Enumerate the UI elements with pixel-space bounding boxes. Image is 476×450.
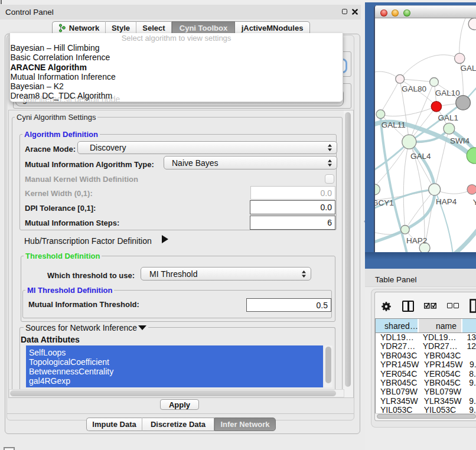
svg-text:GAL10: GAL10 [435, 89, 460, 97]
svg-text:GAL80: GAL80 [402, 84, 426, 93]
svg-text:HAP4: HAP4 [436, 197, 457, 206]
svg-text:GAL4: GAL4 [410, 152, 431, 161]
svg-text:SWI4: SWI4 [450, 136, 470, 145]
svg-text:HAP2: HAP2 [406, 236, 427, 245]
svg-text:Y: Y [473, 198, 476, 207]
svg-text:GAL1: GAL1 [438, 113, 459, 122]
svg-text:GAL11: GAL11 [382, 120, 406, 129]
svg-text:GAL7: GAL7 [461, 64, 476, 73]
svg-text:GCY1: GCY1 [375, 198, 394, 207]
